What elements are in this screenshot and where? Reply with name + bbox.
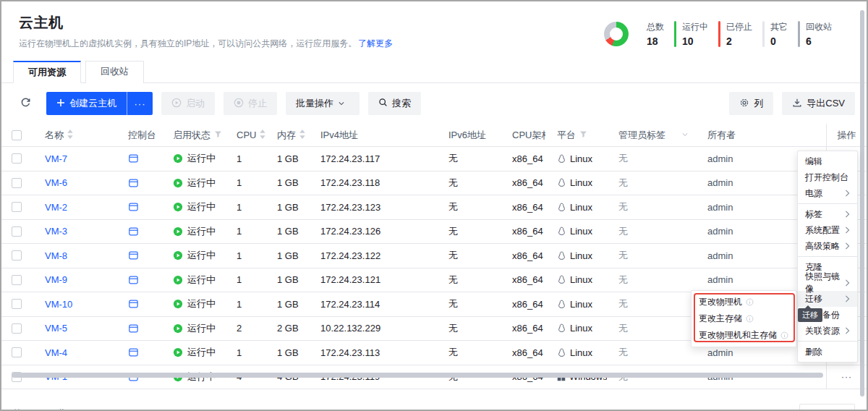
submenu-item[interactable]: 更改物理机和主存储 (692, 327, 796, 344)
row-checkbox[interactable] (12, 250, 22, 260)
header-console-label: 控制台 (128, 129, 156, 142)
cpu-cell: 2 (225, 317, 265, 341)
vm-name-link[interactable]: VM-8 (45, 250, 67, 261)
header-platform[interactable]: 平台 (545, 124, 607, 146)
console-icon[interactable] (128, 202, 139, 212)
vm-name-link[interactable]: VM-7 (45, 153, 67, 164)
row-select-cell (1, 341, 33, 365)
menu-item[interactable]: 标签 (798, 206, 857, 222)
console-icon[interactable] (128, 250, 139, 260)
vm-name-link[interactable]: VM-6 (45, 177, 67, 188)
row-select-cell (1, 292, 33, 316)
vertical-scrollbar[interactable] (860, 10, 864, 397)
menu-entry (798, 203, 857, 204)
running-status-icon (173, 323, 183, 334)
submenu-item[interactable]: 更改主存储 (692, 310, 796, 327)
row-checkbox[interactable] (12, 153, 22, 164)
export-csv-button[interactable]: 导出CSV (782, 92, 855, 115)
menu-item-label: 标签 (805, 208, 822, 221)
console-icon[interactable] (128, 347, 139, 357)
page-number-button[interactable]: 2 (753, 404, 770, 411)
menu-item[interactable]: 关联资源 (798, 323, 857, 339)
status-cell: 运行中 (161, 317, 225, 341)
menu-item[interactable]: 编辑 (798, 153, 857, 169)
header-tags[interactable]: 管理员标签 (607, 124, 696, 146)
row-checkbox[interactable] (12, 323, 22, 334)
refresh-button[interactable] (13, 92, 38, 115)
create-more-button[interactable]: ··· (127, 92, 153, 115)
tab[interactable]: 回收站 (85, 61, 144, 83)
select-all-checkbox[interactable] (12, 130, 22, 140)
tab[interactable]: 可用资源 (13, 61, 81, 83)
horizontal-scrollbar[interactable] (12, 373, 823, 378)
learn-more-link[interactable]: 了解更多 (358, 38, 393, 48)
next-page-button[interactable] (775, 404, 792, 411)
console-icon[interactable] (128, 178, 139, 188)
menu-item-label: 删除 (805, 346, 822, 358)
cpu-cell: 1 (225, 220, 265, 244)
vm-name-link[interactable]: VM-9 (45, 274, 67, 285)
row-checkbox[interactable] (12, 347, 22, 357)
page-title: 云主机 (19, 13, 393, 33)
create-vm-button[interactable]: 创建云主机 (46, 92, 127, 115)
batch-actions-button[interactable]: 批量操作 (286, 92, 359, 115)
page-number-button[interactable]: 1 (731, 404, 749, 411)
status-label: 运行中 (187, 152, 216, 165)
tab-label: 可用资源 (28, 67, 66, 77)
plus-icon (56, 98, 69, 109)
stat-item: 运行中 10 (674, 21, 708, 47)
header-cpu[interactable]: CPU (225, 124, 265, 146)
menu-item[interactable]: 高级策略 (798, 238, 857, 254)
row-checkbox[interactable] (12, 178, 22, 188)
row-checkbox[interactable] (12, 275, 22, 285)
table-body: VM-7 运行中 1 1 GB 172.24.23.117 无 x86_64 L… (1, 147, 867, 389)
ipv4-cell: 172.24.23.114 (309, 292, 437, 316)
filter-icon (576, 130, 587, 140)
submenu-item[interactable]: 更改物理机 (692, 294, 796, 310)
prev-page-button[interactable] (710, 404, 727, 411)
row-checkbox[interactable] (12, 226, 22, 237)
console-cell (116, 268, 161, 292)
arch-cell: x86_64 (501, 292, 545, 316)
row-actions-button[interactable]: ··· (837, 370, 857, 384)
stat-label: 总数 (647, 21, 664, 33)
header-status-label: 启用状态 (173, 129, 210, 142)
console-icon[interactable] (128, 226, 139, 237)
header-name[interactable]: 名称 (33, 124, 116, 146)
header-arch[interactable]: CPU架构 (501, 124, 545, 146)
header-status[interactable]: 启用状态 (161, 124, 225, 146)
menu-item-label: 高级策略 (805, 240, 840, 253)
vm-name-link[interactable]: VM-4 (45, 347, 67, 358)
status-label: 运行中 (187, 274, 216, 287)
console-icon[interactable] (128, 299, 139, 309)
vm-name-link[interactable]: VM-2 (45, 202, 67, 213)
ipv4-cell: 172.24.23.113 (309, 341, 437, 365)
platform-label: Linux (570, 153, 592, 164)
platform-cell: Linux (545, 171, 607, 195)
page-size-select[interactable]: 10 项/页 (799, 404, 855, 411)
header-memory[interactable]: 内存 (265, 124, 309, 146)
refresh-icon (20, 97, 31, 110)
menu-item[interactable]: 电源 (798, 185, 857, 201)
vm-name-link[interactable]: VM-10 (45, 299, 72, 310)
console-icon[interactable] (128, 323, 139, 334)
search-button[interactable]: 搜索 (368, 92, 421, 115)
ipv4-cell: 172.24.23.123 (309, 195, 437, 219)
submenu-item-label: 更改物理机 (699, 296, 742, 308)
linux-icon (557, 323, 566, 333)
row-checkbox[interactable] (12, 202, 22, 212)
stop-button[interactable]: 停止 (224, 92, 277, 115)
tags-cell: 无 (607, 292, 696, 316)
vm-name-link[interactable]: VM-3 (45, 226, 67, 237)
console-icon[interactable] (128, 153, 139, 164)
vm-name-link[interactable]: VM-5 (45, 323, 67, 334)
columns-button[interactable]: 列 (729, 92, 773, 115)
row-checkbox[interactable] (12, 299, 22, 309)
menu-item[interactable]: 打开控制台 (798, 169, 857, 185)
menu-item[interactable]: 系统配置 (798, 222, 857, 238)
start-button[interactable]: 启动 (161, 92, 215, 115)
menu-item[interactable]: 快照与镜像 (798, 275, 857, 291)
stat-texts: 回收站 6 (806, 21, 832, 47)
menu-item[interactable]: 删除 (798, 344, 857, 360)
console-icon[interactable] (128, 275, 139, 285)
